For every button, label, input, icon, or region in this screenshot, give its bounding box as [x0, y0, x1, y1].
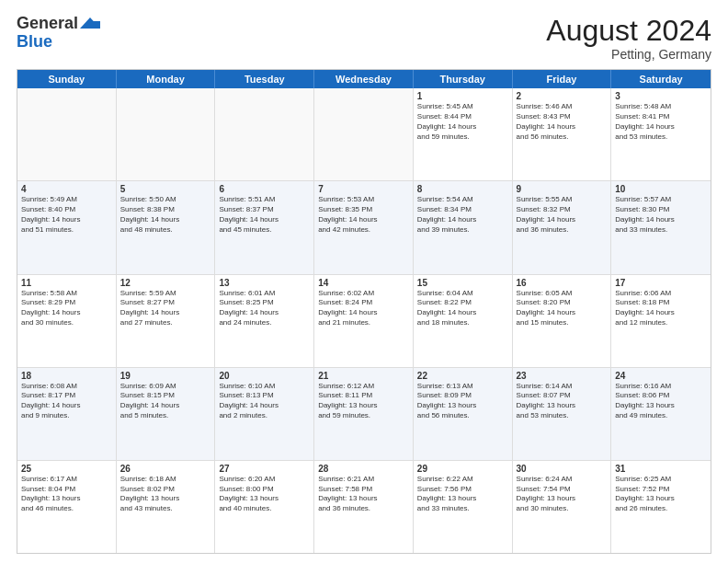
cell-info-line: Daylight: 13 hours — [417, 494, 508, 504]
day-cell-24: 24Sunrise: 6:16 AMSunset: 8:06 PMDayligh… — [611, 368, 711, 460]
cell-info-line: Sunset: 8:06 PM — [615, 391, 707, 401]
header-day-thursday: Thursday — [414, 70, 513, 88]
cell-info-line: Daylight: 14 hours — [417, 215, 508, 225]
cell-info-line: and 36 minutes. — [318, 504, 409, 514]
cell-info-line: and 56 minutes. — [417, 411, 508, 421]
cell-info-line: Daylight: 14 hours — [21, 401, 112, 411]
cell-info-line: and 59 minutes. — [417, 132, 508, 143]
cell-info-line: and 36 minutes. — [517, 225, 608, 236]
cell-info-line: Sunset: 8:34 PM — [417, 205, 508, 215]
day-number: 5 — [120, 184, 211, 194]
day-cell-18: 18Sunrise: 6:08 AMSunset: 8:17 PMDayligh… — [17, 368, 117, 460]
cell-info-line: Sunset: 8:15 PM — [120, 391, 211, 401]
cell-info-line: and 33 minutes. — [615, 225, 707, 236]
cell-info-line: Sunset: 8:17 PM — [21, 391, 112, 401]
day-cell-25: 25Sunrise: 6:17 AMSunset: 8:04 PMDayligh… — [17, 461, 117, 553]
cell-info-line: and 27 minutes. — [120, 318, 211, 328]
cell-info-line: Daylight: 14 hours — [417, 122, 508, 132]
svg-rect-1 — [93, 21, 100, 29]
cell-info-line: Sunset: 8:11 PM — [318, 391, 409, 401]
cell-info-line: Sunset: 8:40 PM — [21, 205, 112, 215]
cell-info-line: Sunset: 8:07 PM — [517, 391, 608, 401]
cell-info-line: Daylight: 14 hours — [517, 215, 608, 225]
cell-info-line: Sunrise: 6:14 AM — [517, 382, 608, 392]
cell-info-line: Sunrise: 5:58 AM — [21, 289, 112, 299]
cell-info-line: Sunset: 8:04 PM — [21, 485, 112, 495]
cell-info-line: Sunset: 7:58 PM — [318, 485, 409, 495]
cell-info-line: Sunrise: 5:59 AM — [120, 289, 211, 299]
cell-info-line: and 49 minutes. — [615, 411, 707, 421]
cell-info-line: Sunset: 8:20 PM — [517, 298, 608, 308]
cell-info-line: Sunrise: 5:48 AM — [615, 102, 707, 112]
calendar: SundayMondayTuesdayWednesdayThursdayFrid… — [17, 69, 711, 554]
logo: General Blue — [17, 15, 100, 52]
day-number: 12 — [120, 278, 211, 288]
cell-info-line: Sunset: 8:27 PM — [120, 298, 211, 308]
header-day-saturday: Saturday — [611, 70, 711, 88]
day-number: 14 — [318, 278, 409, 288]
logo-blue-text: Blue — [17, 33, 52, 52]
day-cell-1: 1Sunrise: 5:45 AMSunset: 8:44 PMDaylight… — [414, 88, 513, 180]
day-cell-31: 31Sunrise: 6:25 AMSunset: 7:52 PMDayligh… — [611, 461, 711, 553]
day-cell-22: 22Sunrise: 6:13 AMSunset: 8:09 PMDayligh… — [414, 368, 513, 460]
cell-info-line: Sunrise: 6:05 AM — [517, 289, 608, 299]
calendar-row-1: 4Sunrise: 5:49 AMSunset: 8:40 PMDaylight… — [17, 181, 711, 274]
day-cell-10: 10Sunrise: 5:57 AMSunset: 8:30 PMDayligh… — [611, 181, 711, 273]
day-number: 13 — [219, 278, 310, 288]
month-year: August 2024 — [546, 15, 711, 47]
day-cell-29: 29Sunrise: 6:22 AMSunset: 7:56 PMDayligh… — [414, 461, 513, 553]
day-cell-19: 19Sunrise: 6:09 AMSunset: 8:15 PMDayligh… — [117, 368, 216, 460]
calendar-row-4: 25Sunrise: 6:17 AMSunset: 8:04 PMDayligh… — [17, 461, 711, 553]
day-cell-14: 14Sunrise: 6:02 AMSunset: 8:24 PMDayligh… — [314, 275, 414, 367]
cell-info-line: and 12 minutes. — [615, 318, 707, 328]
cell-info-line: Sunrise: 6:06 AM — [615, 289, 707, 299]
cell-info-line: Sunset: 8:02 PM — [120, 485, 211, 495]
cell-info-line: Sunset: 8:43 PM — [517, 112, 608, 122]
day-number: 21 — [318, 371, 409, 381]
day-cell-9: 9Sunrise: 5:55 AMSunset: 8:32 PMDaylight… — [513, 181, 612, 273]
day-cell-7: 7Sunrise: 5:53 AMSunset: 8:35 PMDaylight… — [314, 181, 414, 273]
calendar-header: SundayMondayTuesdayWednesdayThursdayFrid… — [17, 70, 711, 88]
cell-info-line: Sunrise: 6:10 AM — [219, 382, 310, 392]
cell-info-line: and 53 minutes. — [615, 132, 707, 143]
cell-info-line: Sunset: 8:22 PM — [417, 298, 508, 308]
cell-info-line: and 51 minutes. — [21, 225, 112, 236]
cell-info-line: and 15 minutes. — [517, 318, 608, 328]
cell-info-line: Sunrise: 6:13 AM — [417, 382, 508, 392]
cell-info-line: and 53 minutes. — [517, 411, 608, 421]
cell-info-line: Daylight: 14 hours — [517, 122, 608, 132]
cell-info-line: Sunrise: 6:17 AM — [21, 475, 112, 485]
header-day-friday: Friday — [513, 70, 612, 88]
day-cell-11: 11Sunrise: 5:58 AMSunset: 8:29 PMDayligh… — [17, 275, 117, 367]
day-cell-4: 4Sunrise: 5:49 AMSunset: 8:40 PMDaylight… — [17, 181, 117, 273]
day-number: 8 — [417, 184, 508, 194]
day-cell-5: 5Sunrise: 5:50 AMSunset: 8:38 PMDaylight… — [117, 181, 216, 273]
cell-info-line: Daylight: 14 hours — [120, 308, 211, 318]
cell-info-line: Sunset: 8:37 PM — [219, 205, 310, 215]
cell-info-line: Sunrise: 6:22 AM — [417, 475, 508, 485]
day-number: 18 — [21, 371, 112, 381]
cell-info-line: Sunrise: 5:46 AM — [517, 102, 608, 112]
cell-info-line: and 45 minutes. — [219, 225, 310, 236]
cell-info-line: and 30 minutes. — [517, 504, 608, 514]
day-number: 19 — [120, 371, 211, 381]
logo-icon — [80, 16, 100, 30]
cell-info-line: Sunrise: 5:57 AM — [615, 195, 707, 205]
cell-info-line: and 40 minutes. — [219, 504, 310, 514]
cell-info-line: Sunset: 8:24 PM — [318, 298, 409, 308]
day-number: 25 — [21, 464, 112, 474]
day-cell-27: 27Sunrise: 6:20 AMSunset: 8:00 PMDayligh… — [215, 461, 314, 553]
cell-info-line: Sunset: 8:30 PM — [615, 205, 707, 215]
header: General Blue August 2024 Petting, German… — [17, 15, 711, 62]
empty-cell — [215, 88, 314, 180]
cell-info-line: Daylight: 14 hours — [517, 308, 608, 318]
title-block: August 2024 Petting, Germany — [546, 15, 711, 62]
empty-cell — [314, 88, 414, 180]
cell-info-line: and 26 minutes. — [615, 504, 707, 514]
cell-info-line: Sunset: 7:56 PM — [417, 485, 508, 495]
cell-info-line: Sunrise: 5:45 AM — [417, 102, 508, 112]
cell-info-line: and 56 minutes. — [517, 132, 608, 143]
day-number: 4 — [21, 184, 112, 194]
cell-info-line: Daylight: 13 hours — [517, 401, 608, 411]
cell-info-line: Sunrise: 6:01 AM — [219, 289, 310, 299]
